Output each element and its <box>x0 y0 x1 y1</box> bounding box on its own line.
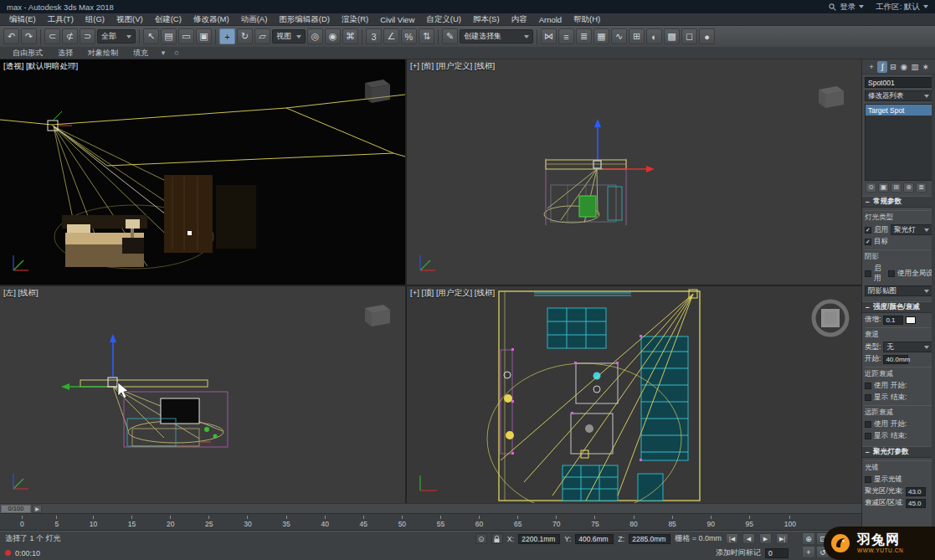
viewport-top[interactable]: [+] [顶] [用户定义] [线框] <box>407 286 861 503</box>
menu-item[interactable]: 创建(C) <box>149 13 188 25</box>
workspace-selector[interactable]: 工作区: 默认 <box>876 2 928 13</box>
configure-modifier-sets-icon[interactable]: ≣ <box>916 182 927 193</box>
multiplier-field[interactable]: 0.1 <box>883 316 903 325</box>
ribbon-dropdown-icon[interactable]: ▾ <box>157 49 169 57</box>
timeline-tick[interactable]: 15 <box>128 516 136 530</box>
next-frame-button[interactable]: ▶ <box>33 505 42 513</box>
layer-manager-icon[interactable]: ≣ <box>576 28 592 44</box>
menu-item[interactable]: 脚本(S) <box>467 13 506 25</box>
timeline-tick[interactable]: 40 <box>321 516 328 530</box>
menu-item[interactable]: 编辑(E) <box>3 13 42 25</box>
ribbon-tab[interactable]: 选择 <box>50 48 80 59</box>
render-setup-icon[interactable]: ▩ <box>664 28 680 44</box>
pin-stack-icon[interactable]: ⊙ <box>866 182 876 193</box>
undo-icon[interactable]: ↶ <box>3 28 19 44</box>
hotspot-field[interactable]: 43.0 <box>906 487 926 496</box>
near-use-checkbox[interactable] <box>865 383 871 389</box>
falloff-field[interactable]: 45.0 <box>906 499 926 508</box>
rollout-general-params[interactable]: − 常规参数 <box>862 196 935 208</box>
tab-create-icon[interactable]: + <box>866 61 876 73</box>
timeline-tick[interactable]: 50 <box>398 516 406 530</box>
frame-number-spinner[interactable]: 0 <box>765 548 789 558</box>
viewport-label-perspective[interactable]: [透视] [默认明暗处理] <box>3 61 78 72</box>
make-unique-icon[interactable]: ⊞ <box>891 182 902 193</box>
time-slider[interactable]: 0/100 ▶ <box>0 503 861 513</box>
timeline-tick[interactable]: 100 <box>784 516 796 530</box>
remove-modifier-icon[interactable]: ⊗ <box>903 182 914 193</box>
selection-filter-dropdown[interactable]: 全部 <box>97 29 136 44</box>
go-to-end-button[interactable]: ▶| <box>776 533 789 544</box>
timeline-tick[interactable]: 10 <box>90 516 97 530</box>
rendered-frame-window-icon[interactable]: ◻ <box>681 28 697 44</box>
modifier-stack-item[interactable]: Target Spot <box>866 105 932 116</box>
spinner-snap-icon[interactable]: ⇅ <box>419 28 434 44</box>
keyboard-override-icon[interactable]: ⌘ <box>342 28 358 44</box>
timeline-tick[interactable]: 65 <box>514 516 521 530</box>
angle-snap-icon[interactable]: ∠ <box>383 28 399 44</box>
ribbon-tab[interactable]: 填充 <box>126 48 156 59</box>
show-cone-checkbox[interactable] <box>865 476 871 483</box>
target-checkbox[interactable] <box>865 239 871 245</box>
timeline-tick[interactable]: 0 <box>20 516 24 530</box>
named-selection-sets-dropdown[interactable]: 创建选择集 <box>460 29 533 44</box>
isolate-selection-icon[interactable]: ⊙ <box>475 533 487 544</box>
timeline-tick[interactable]: 45 <box>360 516 367 530</box>
rollout-spotlight-params[interactable]: − 聚光灯参数 <box>862 446 935 458</box>
decay-start-field[interactable]: 40.0mm <box>883 355 908 364</box>
track-bar[interactable]: 0 5 10 15 20 25 30 35 40 45 50 55 60 65 … <box>0 513 861 531</box>
z-coord-field[interactable]: 2285.0mm <box>629 534 670 544</box>
ribbon-toggle-icon[interactable]: ▦ <box>593 28 609 44</box>
select-by-name-icon[interactable]: ▤ <box>161 28 177 44</box>
tab-motion-icon[interactable]: ◉ <box>899 61 909 73</box>
y-coord-field[interactable]: 400.6mm <box>575 534 614 544</box>
menu-item[interactable]: 修改器(M) <box>188 13 235 25</box>
menu-item[interactable]: 帮助(H) <box>568 13 606 25</box>
timeline-tick[interactable]: 80 <box>629 516 637 530</box>
select-and-manipulate-icon[interactable]: ◉ <box>325 28 341 44</box>
timeline-tick[interactable]: 25 <box>205 516 213 530</box>
timeline-tick[interactable]: 35 <box>282 516 290 530</box>
redo-icon[interactable]: ↷ <box>21 28 37 44</box>
timeline-tick[interactable]: 20 <box>167 516 174 530</box>
zoom-icon[interactable]: ⊕ <box>802 532 815 545</box>
render-production-icon[interactable]: ● <box>699 28 715 44</box>
mirror-icon[interactable]: ⋈ <box>541 28 557 44</box>
tab-hierarchy-icon[interactable]: ⊟ <box>888 61 898 73</box>
menu-item[interactable]: 图形编辑器(D) <box>273 13 336 25</box>
percent-snap-icon[interactable]: % <box>401 28 417 44</box>
menu-item[interactable]: 工具(T) <box>42 13 80 25</box>
far-use-checkbox[interactable] <box>865 421 871 428</box>
timeline-tick[interactable]: 70 <box>552 516 560 530</box>
use-global-checkbox[interactable] <box>888 270 895 277</box>
use-pivot-center-icon[interactable]: ◎ <box>307 28 323 44</box>
modifier-list-dropdown[interactable]: 修改器列表 <box>865 90 932 101</box>
select-and-link-icon[interactable]: ⊂ <box>44 28 60 44</box>
menu-item[interactable]: Arnold <box>533 13 568 25</box>
select-and-rotate-icon[interactable]: ↻ <box>237 28 253 44</box>
timeline-tick[interactable]: 75 <box>591 516 599 530</box>
ribbon-tab[interactable]: 对象绘制 <box>80 48 126 59</box>
viewport-front[interactable]: [+] [前] [用户定义] [线框] <box>407 59 861 285</box>
ribbon-tab[interactable]: 自由形式 <box>5 48 50 59</box>
shadow-enable-checkbox[interactable] <box>865 270 871 277</box>
menu-item[interactable]: 视图(V) <box>110 13 149 25</box>
curve-editor-icon[interactable]: ∿ <box>611 28 627 44</box>
timeline-tick[interactable]: 95 <box>746 516 753 530</box>
timeline-tick[interactable]: 5 <box>54 516 59 530</box>
schematic-view-icon[interactable]: ⊞ <box>629 28 645 44</box>
time-slider-handle[interactable]: 0/100 <box>1 505 31 513</box>
far-show-checkbox[interactable] <box>865 433 871 439</box>
panel-scrollbar[interactable] <box>932 74 935 531</box>
show-end-result-icon[interactable]: ▣ <box>878 182 889 193</box>
viewport-label-top[interactable]: [+] [顶] [用户定义] [线框] <box>410 288 495 299</box>
ribbon-config-icon[interactable]: ○ <box>171 49 182 57</box>
viewport-perspective[interactable]: [透视] [默认明暗处理] <box>0 59 405 285</box>
play-button[interactable]: ▶ <box>759 533 772 544</box>
timeline-tick[interactable]: 85 <box>668 516 676 530</box>
select-and-scale-icon[interactable]: ▱ <box>254 28 270 44</box>
align-icon[interactable]: ≡ <box>558 28 574 44</box>
x-coord-field[interactable]: 2200.1mm <box>518 534 560 544</box>
material-editor-icon[interactable]: ◐ <box>646 28 662 44</box>
tab-modify-icon[interactable]: ∫ <box>877 61 887 73</box>
edit-named-sets-icon[interactable]: ✎ <box>442 28 458 44</box>
